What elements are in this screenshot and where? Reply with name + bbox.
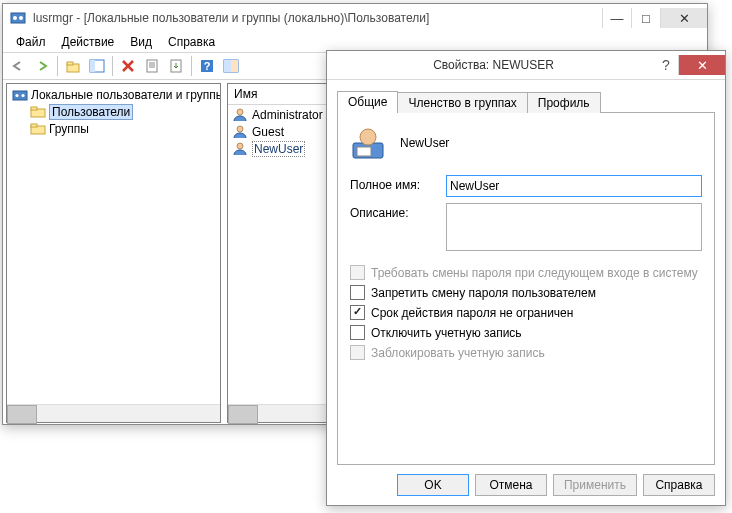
tab-general[interactable]: Общие <box>337 91 398 113</box>
checkbox-icon[interactable] <box>350 305 365 320</box>
tree-pane: Локальные пользователи и группы Пользова… <box>6 83 221 423</box>
svg-point-1 <box>13 16 17 20</box>
user-icon <box>232 124 248 140</box>
fullname-input[interactable] <box>446 175 702 197</box>
description-label: Описание: <box>350 203 446 220</box>
tree-hscrollbar[interactable] <box>7 404 220 422</box>
tab-page-general: NewUser Полное имя: Описание: Требовать … <box>337 113 715 465</box>
description-input[interactable] <box>446 203 702 251</box>
forward-button[interactable] <box>31 55 53 77</box>
header-username: NewUser <box>400 136 449 150</box>
chk-account-locked: Заблокировать учетную запись <box>350 345 702 360</box>
dialog-title: Свойства: NEWUSER <box>333 58 654 72</box>
tabset: Общие Членство в группах Профиль <box>337 90 715 113</box>
svg-rect-16 <box>231 60 238 72</box>
tree-users[interactable]: Пользователи <box>10 103 220 120</box>
maximize-button[interactable]: □ <box>631 8 660 28</box>
svg-point-26 <box>237 143 243 149</box>
checkbox-icon <box>350 265 365 280</box>
delete-button[interactable] <box>117 55 139 77</box>
main-title: lusrmgr - [Локальные пользователи и груп… <box>33 11 602 25</box>
ok-button[interactable]: OK <box>397 474 469 496</box>
svg-point-24 <box>237 109 243 115</box>
svg-point-19 <box>21 93 24 96</box>
chk-cannot-change-password[interactable]: Запретить смену пароля пользователем <box>350 285 702 300</box>
close-button[interactable]: ✕ <box>660 8 707 28</box>
svg-rect-15 <box>224 60 231 72</box>
help-button[interactable]: Справка <box>643 474 715 496</box>
checkbox-icon[interactable] <box>350 285 365 300</box>
checkbox-icon <box>350 345 365 360</box>
up-button[interactable] <box>62 55 84 77</box>
dialog-close-button[interactable]: ✕ <box>678 55 725 75</box>
fullname-label: Полное имя: <box>350 175 446 192</box>
back-button[interactable] <box>7 55 29 77</box>
export-list-button[interactable] <box>165 55 187 77</box>
show-hide-tree-button[interactable] <box>86 55 108 77</box>
svg-rect-17 <box>13 91 27 100</box>
folder-icon <box>30 121 46 137</box>
help-icon[interactable]: ? <box>654 57 678 73</box>
minimize-button[interactable]: — <box>602 8 631 28</box>
dialog-button-row: OK Отмена Применить Справка <box>327 464 725 506</box>
menu-bar: Файл Действие Вид Справка <box>3 32 707 52</box>
menu-help[interactable]: Справка <box>161 33 222 51</box>
refresh-icon[interactable] <box>220 55 242 77</box>
svg-point-28 <box>360 129 376 145</box>
svg-point-2 <box>19 16 23 20</box>
tree-groups[interactable]: Группы <box>10 120 220 137</box>
menu-view[interactable]: Вид <box>123 33 159 51</box>
svg-point-25 <box>237 126 243 132</box>
properties-button[interactable] <box>141 55 163 77</box>
dialog-titlebar[interactable]: Свойства: NEWUSER ? ✕ <box>327 51 725 80</box>
main-titlebar[interactable]: lusrmgr - [Локальные пользователи и груп… <box>3 4 707 32</box>
chk-account-disabled[interactable]: Отключить учетную запись <box>350 325 702 340</box>
col-name[interactable]: Имя <box>228 84 263 104</box>
svg-point-18 <box>15 93 18 96</box>
svg-text:?: ? <box>204 60 211 72</box>
menu-action[interactable]: Действие <box>55 33 122 51</box>
properties-dialog: Свойства: NEWUSER ? ✕ Общие Членство в г… <box>326 50 726 506</box>
svg-rect-7 <box>147 60 157 72</box>
user-icon <box>232 141 248 157</box>
tree-root[interactable]: Локальные пользователи и группы <box>10 86 220 103</box>
help-button[interactable]: ? <box>196 55 218 77</box>
svg-rect-29 <box>357 147 371 156</box>
checkbox-icon[interactable] <box>350 325 365 340</box>
app-icon <box>9 9 27 27</box>
chk-password-never-expires[interactable]: Срок действия пароля не ограничен <box>350 305 702 320</box>
tab-memberof[interactable]: Членство в группах <box>397 92 527 113</box>
cancel-button[interactable]: Отмена <box>475 474 547 496</box>
svg-rect-4 <box>67 62 73 65</box>
apply-button[interactable]: Применить <box>553 474 637 496</box>
menu-file[interactable]: Файл <box>9 33 53 51</box>
user-icon <box>232 107 248 123</box>
snapin-icon <box>12 87 28 103</box>
svg-rect-23 <box>31 124 37 127</box>
folder-icon <box>30 104 46 120</box>
svg-rect-6 <box>90 60 95 72</box>
svg-rect-21 <box>31 107 37 110</box>
user-large-icon <box>350 125 386 161</box>
chk-must-change-password: Требовать смены пароля при следующем вхо… <box>350 265 702 280</box>
tab-profile[interactable]: Профиль <box>527 92 601 113</box>
